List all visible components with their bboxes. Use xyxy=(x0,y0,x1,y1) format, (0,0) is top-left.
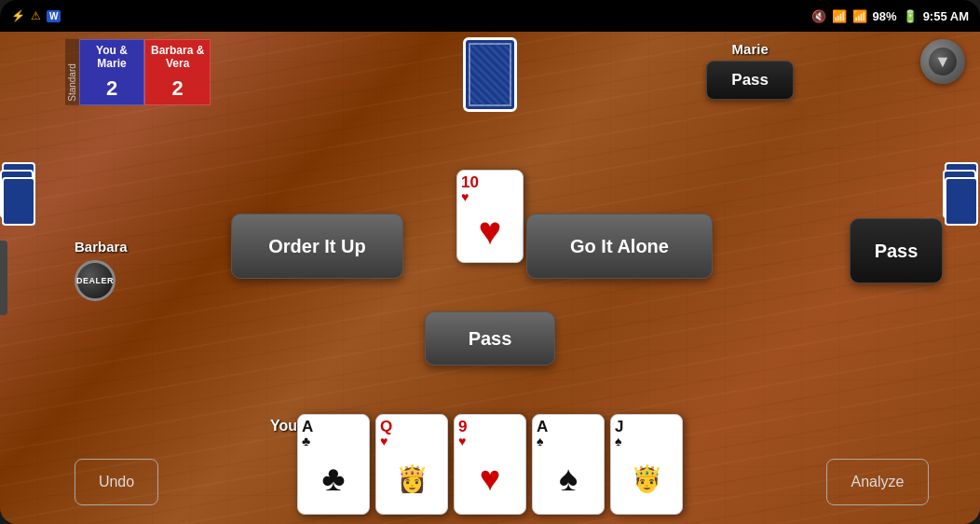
status-icons-right: 🔇 📶 📶 98% 🔋 9:55 AM xyxy=(811,9,969,23)
usb-icon: ⚡ xyxy=(11,9,25,22)
card-1-suit-small: ♥ xyxy=(380,434,388,448)
score-panel: Standard You & Marie 2 Barbara & Vera 2 xyxy=(65,39,211,105)
card-3-suit-small: ♠ xyxy=(537,434,543,448)
pass-marie-button[interactable]: Pass xyxy=(706,61,794,100)
team1-score: 2 xyxy=(106,75,117,104)
pass-center-button[interactable]: Pass xyxy=(425,311,555,365)
hand-card-3[interactable]: A ♠ ♠ xyxy=(532,414,605,515)
word-icon: W xyxy=(47,10,61,22)
side-button-left xyxy=(0,241,7,315)
team2-name: Barbara & Vera xyxy=(145,40,210,75)
pass-right-button[interactable]: Pass xyxy=(850,218,943,283)
card-4-corner: J ♠ xyxy=(615,419,678,448)
barbara-name: Barbara xyxy=(75,239,128,255)
mute-icon: 🔇 xyxy=(811,9,826,23)
order-it-up-button[interactable]: Order It Up xyxy=(231,214,403,279)
side-card-right-3 xyxy=(945,177,978,226)
card-back-deck xyxy=(463,37,517,112)
alert-icon: ⚠ xyxy=(31,9,41,22)
settings-button[interactable]: ▼ xyxy=(920,39,965,84)
hand-card-4[interactable]: J ♠ 🤴 xyxy=(610,414,683,515)
side-card-left-3 xyxy=(2,177,35,226)
card-1-rank: Q xyxy=(380,419,392,434)
card-4-suit-small: ♠ xyxy=(615,434,621,448)
card-3-center: ♠ xyxy=(537,448,600,510)
undo-button[interactable]: Undo xyxy=(75,459,158,505)
score-label: Standard xyxy=(65,39,79,105)
card-3-corner: A ♠ xyxy=(537,419,600,448)
hand-card-2[interactable]: 9 ♥ ♥ xyxy=(454,414,526,515)
team2-score: 2 xyxy=(172,75,184,104)
card-1-center: 👸 xyxy=(380,448,443,510)
hand-card-1[interactable]: Q ♥ 👸 xyxy=(375,414,448,515)
score-team-blue: You & Marie 2 xyxy=(79,39,144,105)
card-0-corner: A ♣ xyxy=(302,419,365,448)
game-area: Standard You & Marie 2 Barbara & Vera 2 … xyxy=(0,32,980,524)
card-1-corner: Q ♥ xyxy=(380,419,443,448)
card-0-rank: A xyxy=(302,419,313,434)
settings-icon: ▼ xyxy=(929,48,957,76)
hand-card-0[interactable]: A ♣ ♣ xyxy=(297,414,370,515)
battery-percent: 98% xyxy=(873,9,897,23)
top-deck xyxy=(463,37,517,112)
side-cards-left xyxy=(0,162,37,246)
center-card-suit-large: ♥ xyxy=(461,203,519,258)
battery-icon: 🔋 xyxy=(903,9,918,23)
signal-icon: 📶 xyxy=(852,9,867,23)
card-0-center: ♣ xyxy=(302,448,365,510)
card-corner: 10 ♥ xyxy=(461,174,519,203)
marie-name: Marie xyxy=(706,41,794,57)
card-2-corner: 9 ♥ xyxy=(458,419,522,448)
score-team-red: Barbara & Vera 2 xyxy=(144,39,211,105)
status-bar: ⚡ ⚠ W 🔇 📶 📶 98% 🔋 9:55 AM xyxy=(0,0,980,32)
clock: 9:55 AM xyxy=(923,9,969,23)
card-3-rank: A xyxy=(537,419,548,434)
card-0-suit-small: ♣ xyxy=(302,434,310,448)
card-2-suit-small: ♥ xyxy=(458,434,466,448)
center-card-rank: 10 xyxy=(461,174,479,190)
status-icons-left: ⚡ ⚠ W xyxy=(11,9,61,22)
hand-cards: A ♣ ♣ Q ♥ 👸 9 ♥ ♥ xyxy=(297,414,683,515)
wifi-icon: 📶 xyxy=(832,9,847,23)
card-2-rank: 9 xyxy=(458,419,467,434)
center-card: 10 ♥ ♥ xyxy=(456,170,524,263)
card-2-center: ♥ xyxy=(458,448,522,510)
phone-frame: ⚡ ⚠ W 🔇 📶 📶 98% 🔋 9:55 AM Standard You &… xyxy=(0,0,980,524)
analyze-button[interactable]: Analyze xyxy=(826,459,929,505)
team1-name: You & Marie xyxy=(90,40,133,75)
go-it-alone-button[interactable]: Go It Alone xyxy=(526,214,713,279)
center-card-suit-small: ♥ xyxy=(461,190,469,203)
dealer-chip: DEALER xyxy=(75,260,116,301)
player-barbara: Barbara DEALER xyxy=(75,239,128,301)
card-back-pattern xyxy=(469,43,511,106)
side-cards-right xyxy=(943,162,980,246)
you-label: You xyxy=(270,418,297,434)
card-4-rank: J xyxy=(615,419,623,434)
card-4-center: 🤴 xyxy=(615,448,678,510)
player-marie: Marie Pass xyxy=(706,41,794,100)
